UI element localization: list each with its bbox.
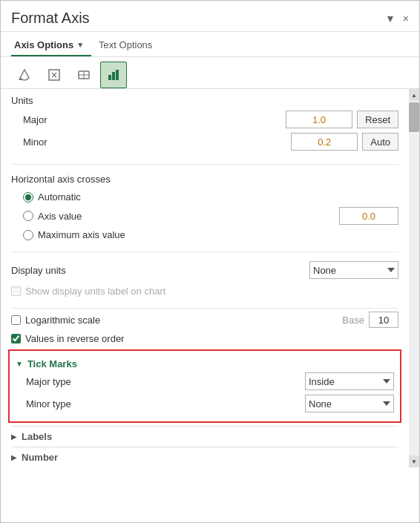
number-title: Number	[22, 452, 58, 463]
minor-type-row: Minor type None Inside Outside Cross	[16, 395, 394, 412]
svg-rect-6	[108, 75, 111, 80]
horizontal-axis-section: Horizontal axis crosses Automatic Axis v…	[11, 168, 398, 249]
svg-rect-8	[116, 70, 119, 80]
show-units-label-row: Show display units label on chart	[11, 283, 398, 299]
haxis-label: Horizontal axis crosses	[11, 174, 398, 185]
labels-title: Labels	[22, 431, 52, 442]
base-input[interactable]	[369, 312, 398, 328]
automatic-radio-label: Automatic	[38, 191, 81, 203]
auto-button[interactable]: Auto	[362, 133, 398, 151]
border-icon	[47, 68, 62, 82]
units-label: Units	[11, 95, 398, 106]
scrollbar[interactable]: ▲ ▼	[409, 89, 419, 467]
inner-content: Units Major Reset Minor Auto	[1, 89, 409, 467]
axis-value-input[interactable]	[339, 207, 398, 225]
fill-icon-btn[interactable]	[11, 62, 38, 88]
major-input[interactable]	[286, 111, 352, 128]
show-units-label: Show display units label on chart	[25, 286, 165, 297]
show-units-checkbox[interactable]	[11, 286, 21, 296]
log-label: Logarithmic scale	[25, 315, 100, 326]
major-type-select[interactable]: None Inside Outside Cross	[305, 372, 394, 390]
major-label: Major	[23, 114, 286, 125]
labels-collapse-icon: ▶	[11, 432, 17, 441]
scroll-up-btn[interactable]: ▲	[409, 89, 419, 101]
base-label: Base	[342, 315, 364, 326]
units-section: Units Major Reset Minor Auto	[11, 89, 398, 161]
chart-icon	[106, 68, 121, 82]
axis-value-radio[interactable]	[23, 211, 33, 221]
axis-options-arrow: ▼	[76, 41, 84, 49]
svg-rect-7	[112, 72, 115, 80]
main-content: ▲ ▼ Units Major Reset Mino	[1, 89, 419, 522]
scrollbar-thumb[interactable]	[409, 102, 419, 132]
panel-title: Format Axis	[11, 10, 90, 27]
reverse-order-label: Values in reverse order	[25, 333, 124, 344]
reverse-order-row: Values in reverse order	[11, 331, 398, 346]
icon-bar	[1, 57, 419, 89]
reverse-order-checkbox[interactable]	[11, 334, 21, 343]
display-units-row: Display units None Hundreds Thousands Mi…	[11, 261, 398, 279]
automatic-radio[interactable]	[23, 192, 33, 203]
labels-section[interactable]: ▶ Labels	[11, 426, 398, 447]
text-options-label: Text Options	[99, 39, 152, 50]
dropdown-icon[interactable]: ▼	[385, 13, 396, 24]
axis-options-label: Axis Options	[14, 39, 73, 50]
tick-marks-section: ▼ Tick Marks Major type None Inside Outs…	[8, 349, 401, 423]
minor-input[interactable]	[291, 133, 358, 151]
reset-button[interactable]: Reset	[357, 111, 398, 128]
panel-header: Format Axis ▼ ×	[1, 1, 419, 32]
fill-icon	[17, 68, 32, 82]
log-checkbox-row: Logarithmic scale	[11, 312, 338, 328]
maximum-radio-label: Maximum axis value	[38, 229, 125, 240]
major-row: Major Reset	[11, 111, 398, 128]
nav-bar: Axis Options ▼ Text Options	[1, 32, 419, 57]
number-section[interactable]: ▶ Number	[11, 447, 398, 467]
log-scale-row: Logarithmic scale Base	[11, 312, 398, 328]
major-type-row: Major type None Inside Outside Cross	[16, 372, 394, 390]
nav-axis-options[interactable]: Axis Options ▼	[11, 36, 91, 56]
maximum-radio[interactable]	[23, 230, 33, 240]
chart-icon-btn[interactable]	[100, 62, 127, 88]
border-icon-btn[interactable]	[41, 62, 68, 88]
effects-icon	[76, 68, 91, 82]
minor-type-select[interactable]: None Inside Outside Cross	[305, 395, 394, 412]
close-icon[interactable]: ×	[403, 13, 409, 24]
axis-value-radio-label: Axis value	[38, 211, 335, 222]
minor-label: Minor	[23, 136, 291, 148]
scroll-down-btn[interactable]: ▼	[409, 455, 419, 467]
effects-icon-btn[interactable]	[70, 62, 97, 88]
display-units-section: Display units None Hundreds Thousands Mi…	[11, 255, 398, 305]
format-axis-panel: Format Axis ▼ × Axis Options ▼ Text Opti…	[0, 0, 420, 523]
log-checkbox[interactable]	[11, 315, 21, 325]
number-collapse-icon: ▶	[11, 453, 17, 461]
maximum-radio-row: Maximum axis value	[11, 227, 398, 243]
minor-row: Minor Auto	[11, 133, 398, 151]
display-units-label: Display units	[11, 265, 309, 276]
minor-type-label: Minor type	[26, 398, 305, 409]
tick-marks-collapse-icon: ▼	[16, 360, 23, 368]
major-type-label: Major type	[26, 376, 305, 387]
axis-value-radio-row: Axis value	[11, 205, 398, 227]
display-units-select[interactable]: None Hundreds Thousands Millions Billion…	[309, 261, 398, 279]
tick-marks-header[interactable]: ▼ Tick Marks	[16, 355, 394, 372]
header-actions: ▼ ×	[385, 13, 409, 24]
nav-text-options[interactable]: Text Options	[91, 36, 160, 56]
automatic-radio-row: Automatic	[11, 189, 398, 205]
tick-marks-title: Tick Marks	[27, 358, 77, 369]
